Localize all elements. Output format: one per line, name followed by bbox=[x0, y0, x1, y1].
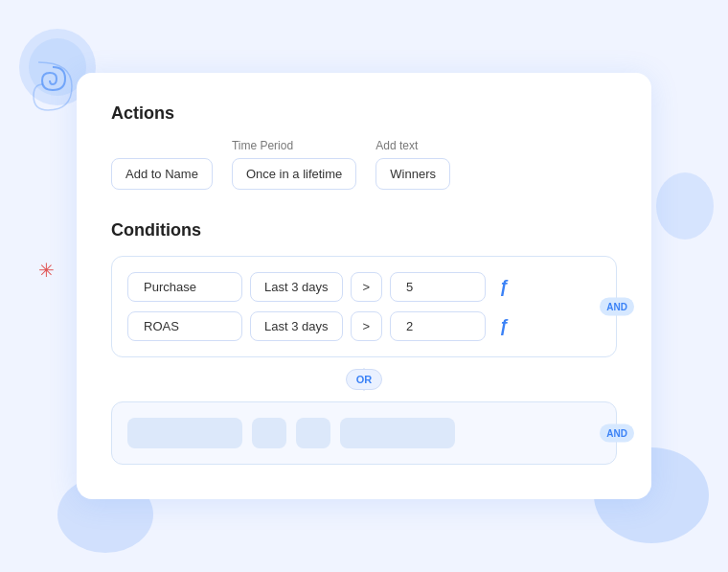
condition-metric-1[interactable]: Purchase bbox=[127, 272, 242, 302]
condition-operator-2[interactable]: > bbox=[351, 311, 383, 341]
actions-row: Add to Name Time Period Once in a lifeti… bbox=[111, 139, 617, 190]
blob-right-mid bbox=[656, 172, 714, 240]
skeleton-2 bbox=[252, 418, 286, 448]
condition-row-2: ROAS Last 3 days > 2 ƒ bbox=[127, 311, 601, 341]
and-badge-1: AND bbox=[600, 298, 634, 316]
action-field-2-label: Time Period bbox=[232, 139, 356, 152]
spiral-decoration bbox=[29, 57, 77, 115]
condition-value-1[interactable]: 5 bbox=[390, 272, 486, 302]
condition-metric-2[interactable]: ROAS bbox=[127, 311, 242, 341]
action-field-2: Time Period Once in a lifetime bbox=[232, 139, 356, 190]
or-connector: OR bbox=[111, 369, 617, 390]
action-field-3: Add text Winners bbox=[375, 139, 450, 190]
condition-func-1[interactable]: ƒ bbox=[493, 273, 514, 301]
condition-func-2[interactable]: ƒ bbox=[493, 312, 514, 340]
skeleton-4 bbox=[340, 418, 455, 448]
action-field-1: Add to Name bbox=[111, 158, 213, 190]
main-card: Actions Add to Name Time Period Once in … bbox=[77, 73, 651, 499]
condition-timeperiod-1[interactable]: Last 3 days bbox=[250, 272, 343, 302]
condition-value-2[interactable]: 2 bbox=[390, 311, 486, 341]
conditions-section: Conditions Purchase Last 3 days > 5 ƒ RO… bbox=[111, 220, 617, 465]
action-field-3-label: Add text bbox=[375, 139, 450, 152]
or-badge[interactable]: OR bbox=[346, 369, 383, 390]
condition-group-1: Purchase Last 3 days > 5 ƒ ROAS Last 3 d… bbox=[111, 256, 617, 357]
condition-timeperiod-2[interactable]: Last 3 days bbox=[250, 311, 343, 341]
action-field-3-value[interactable]: Winners bbox=[375, 158, 450, 190]
condition-group-2 bbox=[111, 401, 617, 465]
actions-section: Actions Add to Name Time Period Once in … bbox=[111, 103, 617, 190]
skeleton-3 bbox=[296, 418, 330, 448]
condition-group-2-wrapper: AND bbox=[111, 401, 617, 465]
action-field-2-value[interactable]: Once in a lifetime bbox=[232, 158, 356, 190]
condition-operator-1[interactable]: > bbox=[351, 272, 383, 302]
action-field-1-value[interactable]: Add to Name bbox=[111, 158, 213, 190]
star-decoration: ✳ bbox=[38, 259, 55, 282]
actions-title: Actions bbox=[111, 103, 617, 124]
skeleton-1 bbox=[127, 418, 242, 448]
and-badge-2: AND bbox=[600, 424, 634, 443]
condition-row-1: Purchase Last 3 days > 5 ƒ bbox=[127, 272, 601, 302]
condition-group-1-wrapper: Purchase Last 3 days > 5 ƒ ROAS Last 3 d… bbox=[111, 256, 617, 357]
conditions-title: Conditions bbox=[111, 220, 617, 240]
